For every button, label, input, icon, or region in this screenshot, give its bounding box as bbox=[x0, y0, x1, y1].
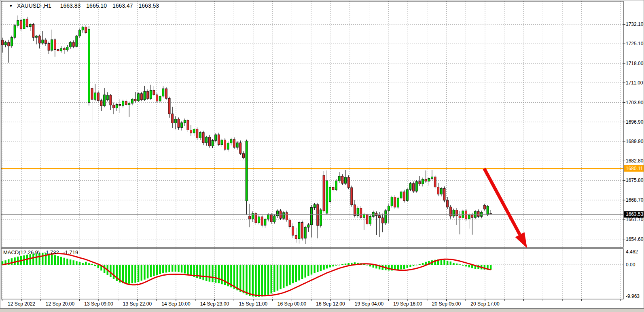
ohlc-close: 1663.53 bbox=[139, 2, 159, 9]
candlestick bbox=[122, 101, 124, 105]
macd-histogram-bar bbox=[289, 265, 290, 285]
macd-histogram-bar bbox=[239, 265, 241, 292]
candlestick bbox=[8, 42, 10, 46]
price-axis-tick-label: 1718.00 bbox=[626, 61, 644, 66]
candlestick bbox=[138, 94, 140, 101]
macd-histogram-bar bbox=[311, 265, 312, 274]
candlestick bbox=[76, 36, 78, 46]
macd-histogram-bar bbox=[233, 265, 235, 289]
candlestick bbox=[379, 215, 381, 217]
candlestick bbox=[66, 47, 68, 50]
macd-histogram-bar bbox=[255, 265, 256, 297]
macd-histogram-bar bbox=[66, 259, 68, 265]
macd-histogram-bar bbox=[403, 265, 405, 269]
time-axis-label: 19 Sep 04:00 bbox=[355, 301, 384, 307]
candlestick bbox=[258, 217, 260, 223]
candlestick bbox=[468, 215, 470, 219]
macd-histogram-bar bbox=[425, 262, 426, 265]
macd-histogram-bar bbox=[280, 265, 281, 289]
macd-histogram-bar bbox=[141, 265, 142, 281]
candlestick bbox=[242, 154, 244, 158]
macd-histogram-bar bbox=[400, 265, 402, 270]
candlestick bbox=[255, 213, 257, 223]
macd-histogram-bar bbox=[456, 264, 458, 265]
macd-histogram-bar bbox=[30, 254, 31, 265]
candlestick bbox=[4, 42, 6, 45]
candlestick bbox=[79, 30, 81, 36]
candlestick bbox=[298, 223, 300, 239]
candlestick bbox=[292, 227, 294, 235]
candlestick bbox=[153, 90, 155, 95]
macd-histogram-bar bbox=[329, 265, 331, 267]
candlestick bbox=[70, 42, 72, 47]
candlestick bbox=[147, 91, 149, 99]
macd-histogram-bar bbox=[347, 263, 349, 265]
macd-histogram-bar bbox=[190, 265, 192, 276]
macd-histogram-bar bbox=[295, 265, 297, 282]
candlestick bbox=[110, 95, 112, 105]
time-axis-label: 14 Sep 10:00 bbox=[161, 301, 191, 307]
candlestick bbox=[116, 104, 118, 108]
macd-histogram-bar bbox=[76, 261, 77, 265]
macd-histogram-bar bbox=[345, 264, 346, 265]
macd-histogram-bar bbox=[416, 265, 417, 266]
time-axis-label: 13 Sep 09:00 bbox=[84, 301, 113, 307]
candlestick bbox=[261, 217, 263, 225]
macd-histogram-bar bbox=[128, 265, 130, 284]
candlestick bbox=[345, 177, 347, 183]
macd-histogram-bar bbox=[64, 258, 65, 265]
macd-main-value: -1.732 bbox=[44, 249, 59, 255]
candlestick bbox=[54, 40, 56, 50]
candlestick bbox=[26, 19, 28, 27]
candlestick bbox=[304, 227, 306, 238]
candlestick bbox=[236, 143, 238, 148]
macd-histogram-bar bbox=[88, 263, 90, 265]
candlestick bbox=[113, 105, 115, 108]
macd-histogram-bar bbox=[468, 265, 470, 267]
chart-title: ▼ XAUUSD-,H1 1663.83 1665.10 1663.47 166… bbox=[9, 2, 165, 9]
candlestick bbox=[270, 215, 272, 222]
candlestick bbox=[320, 210, 322, 226]
macd-histogram-bar bbox=[447, 261, 448, 265]
candlestick bbox=[181, 123, 183, 128]
candlestick bbox=[477, 211, 479, 216]
macd-histogram-bar bbox=[60, 257, 62, 265]
time-axis-label: 20 Sep 05:00 bbox=[432, 301, 461, 307]
candlestick bbox=[335, 181, 337, 190]
candlestick bbox=[36, 36, 38, 37]
macd-histogram-bar bbox=[11, 258, 13, 265]
candlestick bbox=[82, 27, 84, 30]
macd-histogram-bar bbox=[175, 265, 176, 272]
macd-histogram-bar bbox=[209, 265, 210, 282]
candlestick bbox=[347, 177, 350, 188]
time-axis-label: 12 Sep 2022 bbox=[8, 301, 35, 307]
candlestick bbox=[397, 198, 399, 207]
macd-histogram-bar bbox=[150, 265, 152, 277]
candlestick bbox=[400, 192, 402, 198]
candlestick bbox=[42, 40, 44, 43]
macd-histogram-bar bbox=[441, 259, 442, 265]
macd-histogram-bar bbox=[51, 254, 53, 265]
macd-histogram-bar bbox=[85, 262, 87, 265]
macd-histogram-bar bbox=[366, 265, 368, 266]
price-axis-tick-label: 1689.90 bbox=[626, 139, 644, 144]
macd-histogram-bar bbox=[317, 265, 318, 272]
price-axis-tick-label: 1682.80 bbox=[626, 158, 644, 164]
macd-indicator-label: MACD(12,26,9) -1.732 -1.719 bbox=[3, 249, 81, 255]
candlestick bbox=[85, 27, 87, 32]
symbol-dropdown-icon[interactable]: ▼ bbox=[9, 4, 13, 8]
chart-area-bg bbox=[0, 0, 644, 308]
macd-histogram-bar bbox=[184, 265, 186, 274]
candlestick bbox=[341, 176, 343, 183]
candlestick bbox=[14, 25, 16, 37]
price-chart-canvas[interactable]: 1732.101725.101718.001711.001703.901696.… bbox=[0, 0, 644, 312]
macd-histogram-bar bbox=[131, 265, 133, 283]
ohlc-high: 1665.10 bbox=[86, 2, 107, 9]
candlestick bbox=[218, 135, 220, 145]
macd-histogram-bar bbox=[172, 265, 173, 272]
candlestick bbox=[286, 213, 288, 220]
macd-histogram-bar bbox=[125, 265, 127, 284]
macd-axis-tick-label: 0.00 bbox=[626, 262, 636, 268]
time-axis-label: 14 Sep 23:00 bbox=[200, 301, 229, 307]
candlestick bbox=[431, 177, 433, 178]
